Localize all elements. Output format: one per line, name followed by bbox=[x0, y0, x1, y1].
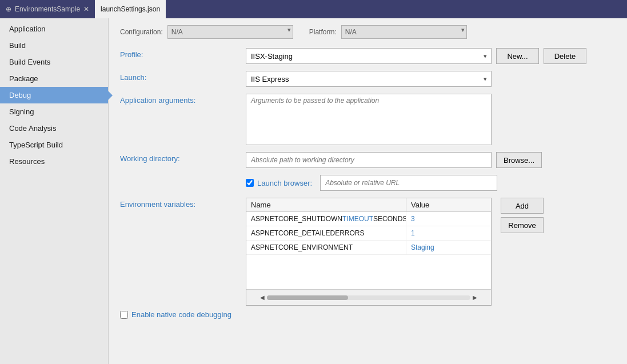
new-profile-button[interactable]: New... bbox=[496, 48, 539, 64]
table-row[interactable]: ASPNETCORE_ENVIRONMENT Staging bbox=[246, 241, 491, 255]
enable-native-label: Enable native code debugging bbox=[131, 310, 231, 319]
sidebar-item-resources[interactable]: Resources bbox=[0, 153, 108, 170]
tab-label-launch: launchSettings.json bbox=[101, 5, 160, 13]
launch-dropdown-wrapper: IIS Express ▾ bbox=[246, 71, 492, 87]
env-table-empty-space bbox=[246, 255, 491, 289]
env-button-group: Add Remove bbox=[496, 198, 544, 233]
env-cell-value-0: 3 bbox=[406, 212, 491, 226]
tab-close-icon[interactable]: ✕ bbox=[83, 5, 89, 13]
platform-select[interactable]: N/A bbox=[341, 25, 467, 39]
env-scrollbar-track[interactable] bbox=[267, 295, 470, 300]
env-cell-value-1: 1 bbox=[406, 226, 491, 240]
launch-browser-checkbox[interactable] bbox=[246, 179, 254, 187]
enable-native-row: Enable native code debugging bbox=[120, 310, 616, 319]
remove-env-button[interactable]: Remove bbox=[501, 217, 544, 233]
env-table-header: Name Value bbox=[246, 198, 491, 212]
enable-native-checkbox[interactable] bbox=[120, 311, 128, 319]
env-cell-name-0: ASPNETCORE_SHUTDOWNTIMEOUTSECONDS bbox=[246, 212, 406, 226]
env-cell-value-2: Staging bbox=[406, 241, 491, 254]
configuration-label: Configuration: bbox=[120, 28, 163, 36]
sidebar: Application Build Build Events Package D… bbox=[0, 18, 109, 364]
env-cell-name-1: ASPNETCORE_DETAILEDERRORS bbox=[246, 226, 406, 240]
add-env-button[interactable]: Add bbox=[501, 198, 544, 214]
scroll-right-arrow[interactable]: ▶ bbox=[470, 294, 480, 301]
sidebar-item-package[interactable]: Package bbox=[0, 70, 108, 87]
table-row[interactable]: ASPNETCORE_SHUTDOWNTIMEOUTSECONDS 3 bbox=[246, 212, 491, 226]
tab-environments-sample[interactable]: ⊕ EnvironmentsSample ✕ bbox=[0, 0, 95, 18]
tab-label-environments: EnvironmentsSample bbox=[15, 5, 80, 13]
launch-browser-row: Launch browser: bbox=[120, 175, 616, 191]
env-header-name: Name bbox=[246, 198, 406, 211]
launch-label: Launch: bbox=[120, 71, 246, 82]
launch-browser-label: Launch browser: bbox=[257, 179, 312, 187]
sidebar-item-application[interactable]: Application bbox=[0, 21, 108, 37]
env-table-container: Name Value ASPNETCORE_SHUTDOWNTIMEOUTSEC… bbox=[246, 198, 492, 306]
env-variables-label: Environment variables: bbox=[120, 198, 246, 209]
profile-label: Profile: bbox=[120, 48, 246, 59]
scroll-left-arrow[interactable]: ◀ bbox=[258, 294, 267, 301]
profile-row: Profile: IISX-Staging ▾ New... Delete bbox=[120, 48, 616, 64]
profile-select[interactable]: IISX-Staging bbox=[246, 48, 492, 64]
sidebar-item-debug[interactable]: Debug bbox=[0, 87, 108, 103]
env-cell-name-2: ASPNETCORE_ENVIRONMENT bbox=[246, 241, 406, 254]
tab-pin-icon[interactable]: ⊕ bbox=[6, 5, 11, 13]
env-scrollbar-thumb[interactable] bbox=[267, 295, 348, 300]
configuration-select-wrapper: N/A bbox=[167, 25, 293, 39]
sidebar-item-build[interactable]: Build bbox=[0, 37, 108, 54]
title-bar: ⊕ EnvironmentsSample ✕ launchSettings.js… bbox=[0, 0, 627, 18]
delete-profile-button[interactable]: Delete bbox=[544, 48, 586, 64]
config-platform-row: Configuration: N/A Platform: N/A bbox=[120, 25, 616, 39]
platform-select-wrapper: N/A bbox=[341, 25, 467, 39]
env-table: Name Value ASPNETCORE_SHUTDOWNTIMEOUTSEC… bbox=[246, 198, 492, 306]
app-arguments-label: Application arguments: bbox=[120, 94, 246, 105]
content-area: Configuration: N/A Platform: N/A Profile… bbox=[109, 18, 627, 364]
app-arguments-textarea[interactable] bbox=[246, 94, 492, 145]
env-variables-row: Environment variables: Name Value ASPNET… bbox=[120, 198, 616, 306]
configuration-select[interactable]: N/A bbox=[167, 25, 293, 39]
launch-row: Launch: IIS Express ▾ bbox=[120, 71, 616, 87]
env-header-value: Value bbox=[406, 198, 491, 211]
launch-select[interactable]: IIS Express bbox=[246, 71, 492, 87]
sidebar-item-signing[interactable]: Signing bbox=[0, 103, 108, 120]
browse-button[interactable]: Browse... bbox=[496, 152, 542, 168]
working-directory-input[interactable] bbox=[246, 152, 492, 168]
working-directory-row: Working directory: Browse... bbox=[120, 152, 616, 168]
table-row[interactable]: ASPNETCORE_DETAILEDERRORS 1 bbox=[246, 226, 491, 241]
launch-browser-url-input[interactable] bbox=[320, 175, 497, 191]
working-directory-label: Working directory: bbox=[120, 152, 246, 163]
sidebar-item-typescript-build[interactable]: TypeScript Build bbox=[0, 137, 108, 153]
tab-launch-settings[interactable]: launchSettings.json bbox=[95, 0, 166, 18]
sidebar-item-code-analysis[interactable]: Code Analysis bbox=[0, 120, 108, 137]
env-scrollbar-area: ◀ ▶ bbox=[246, 289, 491, 305]
main-layout: Application Build Build Events Package D… bbox=[0, 18, 627, 364]
sidebar-item-build-events[interactable]: Build Events bbox=[0, 54, 108, 70]
profile-dropdown-wrapper: IISX-Staging ▾ bbox=[246, 48, 492, 64]
platform-label: Platform: bbox=[309, 28, 337, 36]
app-arguments-row: Application arguments: bbox=[120, 94, 616, 145]
